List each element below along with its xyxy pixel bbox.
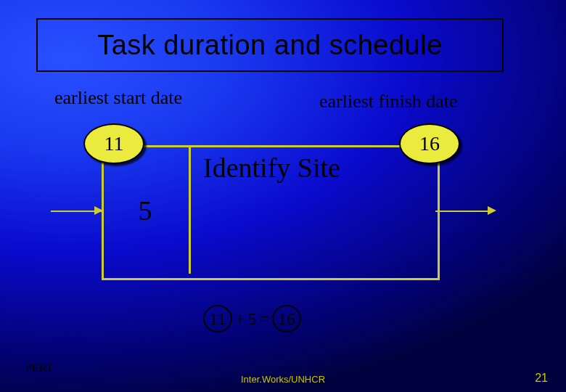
node-ef-value: 16	[419, 132, 440, 155]
node-earliest-finish: 16	[399, 123, 460, 164]
equation-c: 16	[278, 309, 295, 329]
task-name-text: Identify Site	[203, 152, 340, 183]
arrow-out	[435, 211, 493, 212]
equation-c-circle: 16	[272, 305, 301, 332]
title-box: Task duration and schedule	[36, 18, 504, 72]
equation-op2: =	[260, 309, 270, 329]
equation-a: 11	[209, 309, 226, 329]
footer-page-number: 21	[535, 372, 548, 385]
equation: 11 + 5 = 16	[203, 305, 301, 332]
equation-b: 5	[248, 309, 257, 329]
node-earliest-start: 11	[83, 123, 144, 164]
footer-center: Inter.Works/UNHCR	[0, 374, 566, 385]
equation-op1: +	[235, 309, 245, 329]
arrow-out-head-icon	[488, 206, 496, 215]
slide: Task duration and schedule earliest star…	[0, 0, 566, 392]
label-earliest-finish: earliest finish date	[319, 91, 458, 113]
node-es-value: 11	[104, 132, 124, 155]
task-name: Identify Site	[203, 152, 428, 184]
task-duration: 5	[102, 145, 189, 276]
label-earliest-start: earliest start date	[54, 87, 182, 109]
task-divider	[189, 147, 191, 274]
footer-left: PERT	[25, 362, 53, 375]
slide-title: Task duration and schedule	[97, 30, 443, 61]
equation-a-circle: 11	[203, 305, 232, 332]
